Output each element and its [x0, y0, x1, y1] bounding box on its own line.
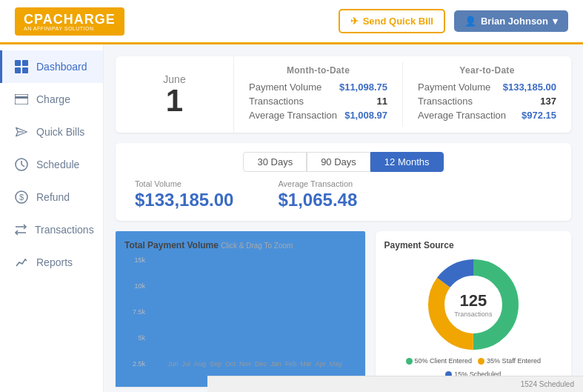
scheduled-count: 1524 Scheduled — [521, 380, 574, 388]
sidebar-item-charge[interactable]: Charge — [0, 83, 103, 116]
chevron-down-icon: ▾ — [553, 16, 558, 27]
bar-x-label: Mar — [300, 360, 312, 368]
sidebar-item-schedule-label: Schedule — [36, 159, 79, 170]
tab-90-days[interactable]: 90 Days — [307, 152, 370, 172]
user-icon: 👤 — [464, 16, 476, 27]
tab-30-days[interactable]: 30 Days — [243, 152, 307, 172]
bar-item: Jan — [270, 290, 281, 368]
bar — [225, 293, 236, 358]
bar-item: Nov — [239, 293, 251, 368]
period-tabs: 30 Days 90 Days 12 Months — [127, 152, 559, 172]
bar-item: Sep — [210, 301, 221, 368]
bar-item: Jun — [167, 324, 179, 368]
bar-item: Apr — [316, 275, 326, 368]
sidebar-item-quickbills-label: Quick Bills — [36, 126, 84, 138]
user-menu-button[interactable]: 👤 Brian Johnson ▾ — [454, 10, 568, 32]
bar-x-label: Jul — [182, 360, 191, 368]
logo-charge: CHARGE — [53, 12, 116, 27]
bar — [194, 313, 206, 358]
ytd-pv-value: $133,185.00 — [503, 82, 556, 93]
svg-line-9 — [21, 165, 24, 167]
total-volume-value: $133,185.00 — [135, 190, 233, 210]
bar-x-label: Jun — [167, 360, 179, 368]
sidebar-item-reports-label: Reports — [36, 256, 73, 268]
sidebar-item-transactions-label: Transactions — [35, 224, 94, 236]
bar-item: Oct — [225, 293, 236, 368]
month-to-date-title: Month-to-Date — [249, 65, 387, 76]
mtd-pv-label: Payment Volume — [249, 82, 322, 93]
bar-chart-title: Total Payment Volume Click & Drag To Zoo… — [124, 240, 356, 250]
send-quick-bill-button[interactable]: ✈ Send Quick Bill — [339, 9, 445, 33]
svg-text:$: $ — [19, 193, 24, 202]
bar — [182, 316, 191, 358]
ytd-avg-value: $972.15 — [522, 110, 556, 121]
bar — [330, 268, 342, 358]
header-right: ✈ Send Quick Bill 👤 Brian Johnson ▾ — [339, 9, 568, 33]
legend-client-dot — [406, 358, 413, 365]
bar — [285, 282, 297, 358]
legend-staff-label: 35% Staff Entered — [487, 357, 541, 365]
bar-item: Jul — [182, 316, 191, 368]
send-icon: ✈ — [350, 16, 359, 27]
sidebar-item-dashboard-label: Dashboard — [36, 61, 87, 73]
logo: CPA CHARGE AN AFFINIPAY SOLUTION — [15, 7, 124, 36]
total-volume-label: Total Volume — [135, 179, 233, 188]
sidebar-item-refund-label: Refund — [36, 191, 70, 203]
sidebar-item-transactions[interactable]: Transactions — [0, 213, 103, 246]
quickbills-icon — [14, 124, 29, 139]
y-axis: 2.5k 5k 7.5k 10k 15k — [124, 256, 145, 368]
bar — [255, 288, 267, 358]
bar-x-label: Feb — [285, 360, 297, 368]
ytd-pv-label: Payment Volume — [418, 82, 490, 93]
main-content: June 1 Month-to-Date Payment Volume $11,… — [104, 44, 583, 392]
bar-item: May — [330, 268, 342, 368]
transactions-icon — [14, 222, 27, 237]
svg-rect-0 — [15, 60, 21, 66]
svg-rect-5 — [15, 96, 28, 99]
tab-12-months[interactable]: 12 Months — [370, 152, 444, 172]
bar-chart-box: Total Payment Volume Click & Drag To Zoo… — [116, 231, 365, 387]
sidebar-item-charge-label: Charge — [36, 93, 70, 105]
bar-x-label: Dec — [255, 360, 267, 368]
avg-transaction-value: $1,065.48 — [278, 190, 357, 210]
header: CPA CHARGE AN AFFINIPAY SOLUTION ✈ Send … — [0, 0, 583, 44]
mtd-pv-value: $11,098.75 — [339, 82, 387, 93]
sidebar-item-refund[interactable]: $ Refund — [0, 181, 103, 213]
ytd-tx-value: 137 — [540, 96, 556, 107]
refund-icon: $ — [14, 190, 29, 205]
donut-center-value: 125 — [454, 291, 492, 310]
mtd-avg-value: $1,008.97 — [344, 110, 387, 121]
bar-x-label: Jan — [270, 360, 281, 368]
mtd-tx-label: Transactions — [249, 96, 304, 107]
bar-item: Feb — [285, 282, 297, 368]
period-section: 30 Days 90 Days 12 Months Total Volume $… — [116, 143, 571, 221]
bar-x-label: Nov — [239, 360, 251, 368]
bar — [300, 278, 312, 358]
sidebar-item-schedule[interactable]: Schedule — [0, 148, 103, 181]
bar — [270, 290, 281, 358]
logo-sub: AN AFFINIPAY SOLUTION — [24, 26, 94, 31]
year-to-date-section: Year-to-Date Payment Volume $133,185.00 … — [403, 56, 571, 133]
sidebar-item-quickbills[interactable]: Quick Bills — [0, 116, 103, 148]
bar — [210, 301, 221, 358]
sidebar-item-reports[interactable]: Reports — [0, 246, 103, 279]
ytd-tx-label: Transactions — [418, 96, 473, 107]
svg-rect-4 — [15, 94, 28, 104]
bar-x-label: Oct — [225, 360, 236, 368]
main-layout: Dashboard Charge Quick Bills Schedule $ … — [0, 44, 583, 392]
donut-chart-title: Payment Source — [384, 240, 562, 250]
bar-item: Mar — [300, 278, 312, 368]
svg-rect-2 — [15, 67, 21, 73]
bar-item: Aug — [194, 313, 206, 368]
stats-row: June 1 Month-to-Date Payment Volume $11,… — [116, 56, 571, 133]
bar-chart-wrapper: 2.5k 5k 7.5k 10k 15k JunJulAugSepOctNovD… — [124, 256, 356, 368]
dashboard-icon — [14, 59, 29, 74]
legend-staff-dot — [478, 358, 484, 365]
donut-legend: 50% Client Entered 35% Staff Entered 15%… — [384, 357, 562, 378]
ytd-avg-label: Average Transaction — [418, 110, 506, 121]
reports-icon — [14, 255, 29, 270]
sidebar-item-dashboard[interactable]: Dashboard — [0, 50, 103, 83]
avg-transaction-label: Average Transaction — [278, 179, 357, 188]
date-box: June 1 — [116, 56, 234, 133]
date-day: 1 — [166, 85, 183, 116]
